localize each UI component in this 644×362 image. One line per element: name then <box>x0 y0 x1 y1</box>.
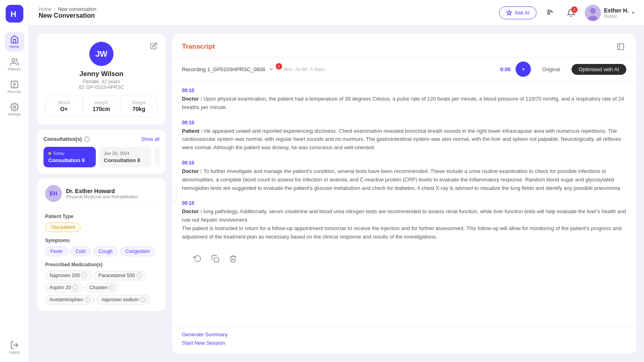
med-tags: Naproxen 200 i Paracetamol 500 i Aspirin… <box>45 271 158 304</box>
stat-height: Height 170cm <box>83 96 120 116</box>
chevron-down-icon <box>268 66 274 72</box>
speaker-text-4: lung pathology. Additionally, serum crea… <box>182 208 626 239</box>
timestamp-2: 00:10 <box>182 120 626 125</box>
sidebar: H Home Patients Records Set <box>0 0 29 362</box>
chevron-down-icon: ▾ <box>632 10 634 16</box>
generate-summary-link[interactable]: Generate Summary <box>182 331 626 337</box>
edit-icon <box>150 42 157 49</box>
doctor-text: Dr. Esther Howard Physical Medicine and … <box>66 188 138 199</box>
med-aspirin20: Aspirin 20 i <box>45 283 83 292</box>
timestamp-3: 00:10 <box>182 160 626 166</box>
sidebar-item-home[interactable]: Home <box>5 32 24 51</box>
svg-point-6 <box>13 106 16 108</box>
sidebar-item-settings[interactable]: Settings <box>5 100 24 119</box>
original-button[interactable]: Original <box>536 64 567 75</box>
copy-button[interactable] <box>209 253 221 265</box>
user-role: Doctor <box>604 14 629 19</box>
speaker-name-3: Doctor : <box>182 168 203 174</box>
user-avatar <box>585 5 601 21</box>
app-logo[interactable]: H <box>6 5 23 23</box>
medications-section: Prescribed Medication(s) Naproxen 200 i … <box>45 262 158 304</box>
symptom-tags: Fever Cold Cough Congestion <box>45 247 158 256</box>
timestamp-1: 00:10 <box>182 88 626 93</box>
logout-icon <box>10 341 19 350</box>
logout-button[interactable]: Logout <box>5 338 24 357</box>
consultation-item-1[interactable]: Today Consultation 9 <box>43 147 96 167</box>
patient-type-label: Patient Type <box>45 214 158 219</box>
play-button[interactable] <box>516 62 531 77</box>
page-title: New Conversation <box>39 12 96 19</box>
header: Home › New conversation New Conversation… <box>29 0 644 26</box>
info-icon-paracetamol500[interactable]: i <box>136 273 142 278</box>
show-all-button[interactable]: Show all <box>141 136 159 142</box>
copy-icon <box>211 255 219 263</box>
doctor-specialty: Physical Medicine and Rehabilitation <box>66 194 138 199</box>
translate-icon <box>546 8 555 17</box>
start-new-session-link[interactable]: Start New Session <box>182 340 626 346</box>
stat-weight: Weight 70kg <box>120 96 157 116</box>
speaker-1: Doctor : Upon physical examination, the … <box>182 95 626 112</box>
transcript-block-3: 00:10 Doctor : To further investigate an… <box>182 160 626 192</box>
sidebar-item-patients-label: Patients <box>8 67 21 71</box>
speaker-name-1: Doctor : <box>182 96 203 102</box>
user-profile[interactable]: Esther H. Doctor ▾ <box>585 5 634 21</box>
info-icon-chasten[interactable]: i <box>109 285 115 290</box>
consultations-title-text: Consultation(s) <box>43 136 82 142</box>
layout-icon <box>617 43 625 51</box>
edit-patient-button[interactable] <box>148 40 159 51</box>
reload-button[interactable] <box>192 253 204 265</box>
doctor-card: EH Dr. Esther Howard Physical Medicine a… <box>37 179 166 311</box>
transcript-content: 00:10 Doctor : Upon physical examination… <box>172 81 636 327</box>
collapse-panel-button[interactable]: ‹ <box>172 186 176 202</box>
recording-select[interactable]: Recording 1_GP0103HPRSC_0808 2 <box>182 66 279 72</box>
info-icon-acetaminophen[interactable]: i <box>85 297 90 302</box>
svg-point-1 <box>12 59 14 62</box>
translate-button[interactable] <box>543 6 557 20</box>
patients-icon <box>10 58 19 66</box>
med-acetaminophen: Acetaminophen i <box>45 295 95 304</box>
delete-button[interactable] <box>227 253 239 265</box>
optimised-button[interactable]: Optimised with AI <box>572 64 626 75</box>
time-display: 0:05 <box>500 66 511 72</box>
patient-id: ID: GP-0103-HPRSC <box>79 84 124 90</box>
recording-badge: 2 <box>276 63 282 70</box>
transcript-block-2: 00:10 Patient : He appeared unwell and r… <box>182 120 626 152</box>
notification-button[interactable]: 3 <box>564 6 578 20</box>
med-naproxen-sodium: naproxen sodium i <box>97 295 150 304</box>
patient-avatar: JW <box>89 42 114 66</box>
right-panel: ‹ Transcript Recording 1_GP0103HPRSC_080… <box>172 34 636 354</box>
logout-label: Logout <box>9 350 20 354</box>
info-icon-naproxen200[interactable]: i <box>81 273 87 278</box>
recording-bar: Recording 1_GP0103HPRSC_0808 2 Mon, Jul … <box>172 58 636 81</box>
panel-toggle-button[interactable] <box>615 41 626 52</box>
timestamp-4: 00:10 <box>182 200 626 206</box>
speaker-name-4: Doctor : <box>182 208 203 214</box>
notification-badge: 3 <box>571 6 578 13</box>
info-icon-aspirin20[interactable]: i <box>72 285 78 290</box>
sidebar-item-patients[interactable]: Patients <box>5 55 24 74</box>
trash-icon <box>229 255 237 263</box>
info-icon-naproxen-sodium[interactable]: i <box>140 297 146 302</box>
stat-blood: Blood O+ <box>45 96 83 116</box>
symptoms-section: Symptoms Fever Cold Cough Congestion <box>45 238 158 256</box>
breadcrumb-current: New conversation <box>58 6 96 12</box>
symptom-cough: Cough <box>93 247 118 256</box>
breadcrumb-arrow: › <box>54 6 56 12</box>
consultations-card: Consultation(s) Show all Today <box>37 130 166 174</box>
home-icon <box>10 35 19 44</box>
recording-date: Mon, Jul 8th, 6:30pm <box>284 67 325 72</box>
sidebar-item-records[interactable]: Records <box>5 77 24 97</box>
user-info-text: Esther H. Doctor <box>604 7 629 19</box>
transcript-block-4: 00:10 Doctor : lung pathology. Additiona… <box>182 200 626 241</box>
breadcrumb-home[interactable]: Home <box>39 6 52 12</box>
consultation-item-3[interactable]: Jun Con <box>155 147 159 167</box>
left-panel: JW Jenny Wilson Female, 32 years ID: GP-… <box>37 34 166 354</box>
content-area: JW Jenny Wilson Female, 32 years ID: GP-… <box>29 26 644 362</box>
transcript-header: Transcript <box>172 34 636 58</box>
patient-type-badge: Out-patient <box>45 222 81 232</box>
consultation-item-2[interactable]: Jun 20, 2024 Consultation 8 <box>99 147 151 167</box>
speaker-2: Patient : He appeared unwell and reporte… <box>182 127 626 152</box>
symptoms-label: Symptoms <box>45 238 158 243</box>
ask-ai-button[interactable]: Ask AI <box>499 6 537 19</box>
symptom-fever: Fever <box>45 247 68 256</box>
